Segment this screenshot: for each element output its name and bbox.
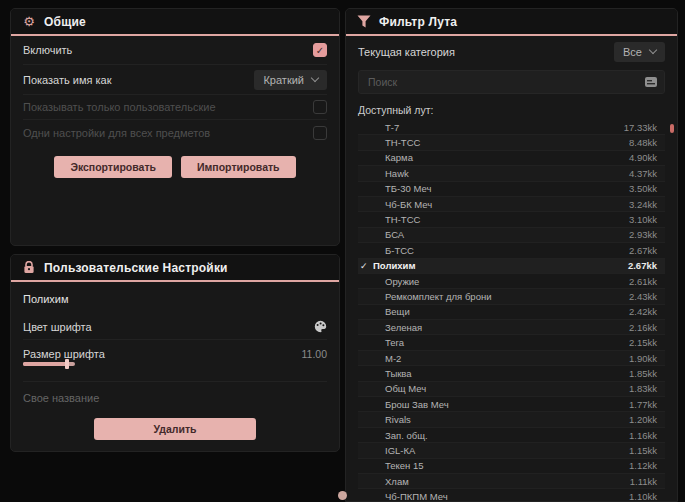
loot-item-value: 2.15kk bbox=[629, 337, 657, 348]
loot-item-value: 1.12kk bbox=[629, 460, 657, 471]
general-panel-title: Общие bbox=[44, 15, 86, 29]
loot-item-value: 17.33kk bbox=[624, 122, 657, 133]
same-for-all-checkbox[interactable]: ✓ bbox=[313, 126, 327, 140]
loot-item-name: Хлам bbox=[373, 476, 630, 487]
font-size-row: Размер шрифта 11.00 bbox=[23, 340, 327, 382]
font-size-value: 11.00 bbox=[302, 348, 328, 360]
palette-icon[interactable] bbox=[314, 320, 327, 333]
loot-item-row[interactable]: ✓Чб-ПКПМ Меч1.10kk bbox=[358, 489, 665, 502]
loot-item-name: Зеленая bbox=[373, 322, 629, 333]
loot-item-row[interactable]: ✓БСА2.93kk bbox=[358, 228, 665, 243]
same-for-all-row: Одни настройки для всех предметов ✓ bbox=[23, 120, 327, 145]
loot-filter-header: Фильтр Лута bbox=[346, 9, 677, 36]
delete-button[interactable]: Удалить bbox=[94, 418, 256, 440]
font-color-row: Цвет шрифта bbox=[23, 314, 327, 340]
loot-item-row[interactable]: ✓Текен 151.12kk bbox=[358, 459, 665, 474]
loot-item-row[interactable]: ✓Общ Меч1.83kk bbox=[358, 382, 665, 397]
loot-item-row[interactable]: ✓Тега2.15kk bbox=[358, 335, 665, 350]
loot-item-value: 2.93kk bbox=[629, 229, 657, 240]
loot-item-name: Т-7 bbox=[373, 122, 624, 133]
loot-item-row[interactable]: ✓Б-ТСС2.67kk bbox=[358, 243, 665, 258]
custom-settings-title: Пользовательские Настройки bbox=[44, 261, 228, 275]
loot-item-row[interactable]: ✓Полихим2.67kk bbox=[358, 259, 665, 274]
scrollbar-thumb[interactable] bbox=[670, 124, 674, 133]
loot-item-value: 2.16kk bbox=[629, 322, 657, 333]
search-input[interactable] bbox=[368, 76, 644, 88]
loot-item-row[interactable]: ✓Брош Зав Меч1.77kk bbox=[358, 397, 665, 412]
loot-list: ✓Т-717.33kk✓ТН-ТСС8.48kk✓Карма4.90kk✓Haw… bbox=[358, 120, 665, 502]
show-name-dropdown-value: Краткий bbox=[263, 74, 304, 86]
enable-row: Включить ✓ bbox=[23, 36, 327, 65]
loot-item-row[interactable]: ✓IGL-КА1.15kk bbox=[358, 443, 665, 458]
loot-item-row[interactable]: ✓ТБ-30 Меч3.50kk bbox=[358, 182, 665, 197]
custom-name-row bbox=[23, 382, 327, 414]
loot-item-row[interactable]: ✓Чб-БК Меч3.24kk bbox=[358, 197, 665, 212]
loot-item-row[interactable]: ✓Ремкомплект для брони2.43kk bbox=[358, 289, 665, 304]
import-button[interactable]: Импортировать bbox=[181, 156, 296, 178]
loot-item-value: 1.16kk bbox=[629, 430, 657, 441]
loot-item-value: 1.10kk bbox=[629, 491, 657, 502]
loot-item-value: 4.90kk bbox=[629, 152, 657, 163]
loot-item-name: ТН-ТСС bbox=[373, 137, 629, 148]
loot-item-row[interactable]: ✓Вещи2.42kk bbox=[358, 305, 665, 320]
loot-item-row[interactable]: ✓Карма4.90kk bbox=[358, 151, 665, 166]
loot-item-value: 1.83kk bbox=[629, 383, 657, 394]
loot-item-row[interactable]: ✓ТН-ТСС8.48kk bbox=[358, 135, 665, 150]
show-name-dropdown[interactable]: Краткий bbox=[254, 70, 327, 90]
funnel-icon bbox=[357, 15, 371, 29]
loot-item-row[interactable]: ✓Зап. общ.1.16kk bbox=[358, 428, 665, 443]
loot-item-row[interactable]: ✓Оружие2.61kk bbox=[358, 274, 665, 289]
loot-item-name: Б-ТСС bbox=[373, 245, 629, 256]
only-custom-checkbox[interactable]: ✓ bbox=[313, 100, 327, 114]
custom-settings-header: Пользовательские Настройки bbox=[11, 255, 339, 282]
chevron-down-icon bbox=[311, 74, 319, 82]
loot-item-name: Оружие bbox=[373, 276, 629, 287]
loot-item-name: БСА bbox=[373, 229, 629, 240]
loot-item-row[interactable]: ✓Хлам1.11kk bbox=[358, 474, 665, 489]
same-for-all-label: Одни настройки для всех предметов bbox=[23, 127, 210, 139]
loot-item-row[interactable]: ✓Зеленая2.16kk bbox=[358, 320, 665, 335]
category-dropdown[interactable]: Все bbox=[614, 42, 665, 62]
font-color-label: Цвет шрифта bbox=[23, 321, 92, 333]
general-panel-header: ⚙ Общие bbox=[11, 9, 339, 36]
chevron-down-icon bbox=[649, 46, 657, 54]
show-name-row: Показать имя как Краткий bbox=[23, 65, 327, 95]
custom-name-input[interactable] bbox=[23, 384, 327, 412]
loot-item-value: 3.50kk bbox=[629, 183, 657, 194]
loot-item-name: Чб-ПКПМ Меч bbox=[373, 491, 629, 502]
loot-item-name: ТН-ТСС bbox=[373, 214, 629, 225]
loot-item-name: Общ Меч bbox=[373, 383, 629, 394]
lock-icon bbox=[22, 261, 36, 275]
show-name-label: Показать имя как bbox=[23, 74, 112, 86]
loot-item-name: Ремкомплект для брони bbox=[373, 291, 629, 302]
loot-item-row[interactable]: ✓ТН-ТСС3.10kk bbox=[358, 212, 665, 227]
loot-item-value: 1.20kk bbox=[629, 414, 657, 425]
loot-filter-title: Фильтр Лута bbox=[379, 15, 457, 29]
loot-item-name: ТБ-30 Меч bbox=[373, 183, 629, 194]
loot-item-row[interactable]: ✓Тыква1.85kk bbox=[358, 366, 665, 381]
loot-item-value: 8.48kk bbox=[629, 137, 657, 148]
loot-filter-panel: Фильтр Лута Текущая категория Все Доступ… bbox=[345, 8, 678, 502]
loot-item-value: 3.10kk bbox=[629, 214, 657, 225]
loot-item-name: Тега bbox=[373, 337, 629, 348]
loot-item-row[interactable]: ✓Rivals1.20kk bbox=[358, 412, 665, 427]
selected-check-icon: ✓ bbox=[360, 261, 373, 271]
search-options-icon[interactable] bbox=[644, 76, 658, 88]
export-button[interactable]: Экспортировать bbox=[54, 156, 172, 178]
loot-item-value: 2.67kk bbox=[629, 245, 657, 256]
category-dropdown-value: Все bbox=[623, 46, 642, 58]
loot-item-value: 1.77kk bbox=[629, 399, 657, 410]
loot-item-row[interactable]: ✓М-21.90kk bbox=[358, 351, 665, 366]
font-size-slider[interactable] bbox=[23, 360, 327, 373]
loot-item-row[interactable]: ✓Т-717.33kk bbox=[358, 120, 665, 135]
loot-item-value: 2.67kk bbox=[628, 260, 657, 271]
enable-label: Включить bbox=[23, 44, 72, 56]
loot-item-row[interactable]: ✓Hawk4.37kk bbox=[358, 166, 665, 181]
loot-item-name: Брош Зав Меч bbox=[373, 399, 629, 410]
loot-item-value: 1.11kk bbox=[630, 476, 657, 487]
available-loot-label: Доступный лут: bbox=[358, 99, 665, 120]
enable-checkbox[interactable]: ✓ bbox=[313, 43, 327, 57]
general-panel: ⚙ Общие Включить ✓ Показать имя как Крат… bbox=[10, 8, 340, 246]
custom-settings-panel: Пользовательские Настройки Полихим Цвет … bbox=[10, 254, 340, 452]
slider-handle[interactable] bbox=[65, 359, 69, 369]
